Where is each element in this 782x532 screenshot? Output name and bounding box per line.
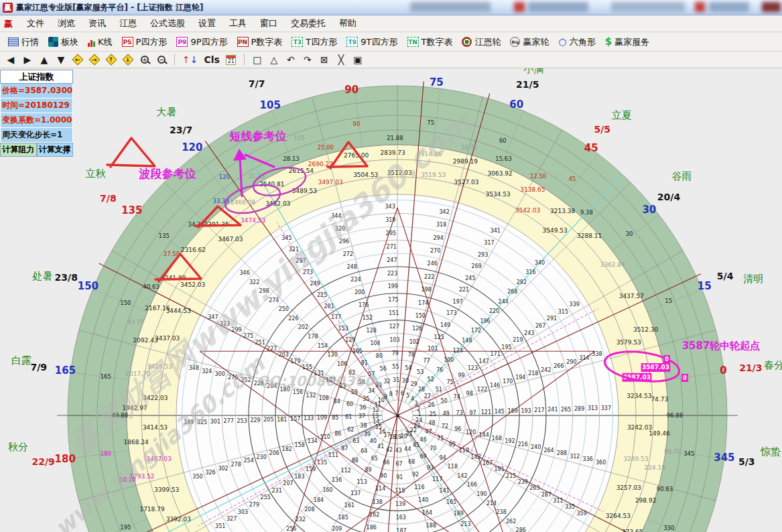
svg-text:15: 15 [665, 297, 672, 304]
toolbar-button-label: 9P四方形 [190, 36, 227, 48]
cls-button[interactable]: Cls [204, 54, 219, 66]
toolbar-button-行情[interactable]: 行情 [4, 35, 43, 50]
svg-text:28.13: 28.13 [283, 155, 299, 162]
svg-text:谷雨: 谷雨 [671, 170, 692, 182]
svg-text:346: 346 [239, 270, 249, 276]
svg-text:5/4: 5/4 [717, 271, 734, 281]
rotate-ccw-button[interactable]: ↶ [285, 54, 296, 66]
svg-text:272: 272 [343, 251, 353, 257]
title-bar[interactable]: 赢 赢家江恩专业版[赢家服务平台] - [上证指数 江恩轮] [0, 0, 782, 15]
draw-triangle-button[interactable]: △ [269, 54, 279, 66]
svg-text:186: 186 [367, 525, 377, 531]
svg-text:159: 159 [306, 466, 316, 472]
gann-wheel-chart[interactable]: 1234567891011121314151617181920212223242… [0, 68, 782, 532]
svg-text:116: 116 [414, 484, 424, 490]
svg-text:174: 174 [418, 300, 428, 306]
svg-text:84: 84 [334, 399, 340, 405]
toolbar-button-9T四方形[interactable]: T99T四方形 [342, 35, 401, 50]
menu-item-文件[interactable]: 文件 [20, 15, 51, 31]
menu-item-浏览[interactable]: 浏览 [51, 15, 82, 31]
svg-text:102: 102 [409, 339, 419, 345]
calc-support-button[interactable]: 计算支撑 [37, 143, 74, 157]
svg-text:54: 54 [405, 365, 411, 371]
svg-text:109: 109 [317, 415, 327, 421]
menu-item-设置[interactable]: 设置 [192, 15, 222, 31]
close-box-button[interactable]: ⊠ [319, 54, 330, 66]
menu-item-江恩[interactable]: 江恩 [113, 15, 143, 31]
svg-text:143: 143 [470, 454, 480, 460]
svg-text:22/9: 22/9 [32, 456, 55, 467]
svg-text:46: 46 [420, 437, 427, 443]
calc-resistance-button[interactable]: 计算阻力 [0, 143, 37, 157]
svg-text:85: 85 [332, 415, 338, 421]
cross-button[interactable]: ╳ [336, 54, 346, 66]
quotes-grid-icon [8, 38, 19, 46]
toolbar-button-label: 赢家轮 [523, 36, 549, 48]
forward-button[interactable]: ▶ [22, 54, 33, 66]
toolbar-button-赢家服务[interactable]: $赢家服务 [601, 35, 653, 50]
svg-text:3549.53: 3549.53 [542, 227, 567, 234]
svg-text:1718.79: 1718.79 [139, 506, 164, 513]
toolbar-button-label: K线 [98, 36, 113, 48]
svg-text:短线参考位: 短线参考位 [229, 129, 287, 143]
svg-text:76: 76 [436, 367, 443, 373]
svg-text:150: 150 [120, 300, 131, 306]
rotate-cw-button[interactable]: ↷ [302, 54, 313, 66]
toolbar-button-P数字表[interactable]: PNP数字表 [233, 35, 287, 50]
svg-text:196: 196 [480, 318, 490, 324]
svg-text:121: 121 [481, 409, 491, 415]
toolbar-button-六角形[interactable]: ⬡六角形 [554, 35, 599, 50]
toolbar-button-K线[interactable]: K线 [84, 35, 117, 50]
back-button[interactable]: ◀ [5, 54, 16, 66]
menu-item-交易委托[interactable]: 交易委托 [284, 15, 332, 31]
svg-text:0: 0 [683, 375, 687, 381]
svg-text:110: 110 [320, 434, 330, 440]
paste-button[interactable]: ▣ [352, 54, 363, 66]
svg-text:149: 149 [440, 322, 450, 328]
menu-item-工具[interactable]: 工具 [222, 15, 253, 31]
toolbar-button-板块[interactable]: 板块 [44, 35, 82, 50]
svg-text:小满: 小满 [523, 68, 543, 75]
hexagon-icon: ⬡ [558, 38, 566, 47]
menu-item-帮助[interactable]: 帮助 [332, 15, 363, 31]
svg-text:3467.03: 3467.03 [218, 236, 243, 243]
menu-item-窗口[interactable]: 窗口 [253, 15, 284, 31]
pointer-up-button[interactable]: ▲ [39, 54, 50, 66]
zoom-in-button[interactable]: + [139, 54, 150, 66]
toolbar-button-江恩轮[interactable]: 江恩轮 [458, 35, 505, 50]
zoom-out-button[interactable]: − [156, 54, 167, 66]
svg-text:216: 216 [518, 442, 528, 448]
svg-text:23: 23 [413, 423, 420, 429]
pan-up-button[interactable]: ↑ [106, 54, 117, 66]
menu-item-资讯[interactable]: 资讯 [82, 15, 113, 31]
svg-text:317: 317 [484, 240, 494, 246]
toolbar-button-P四方形[interactable]: PSP四方形 [118, 35, 172, 50]
svg-text:79: 79 [392, 350, 399, 356]
toolbar-button-T数字表[interactable]: TNT数字表 [403, 35, 457, 50]
svg-text:208: 208 [304, 507, 314, 513]
svg-text:135: 135 [159, 232, 170, 239]
toolbar-button-T四方形[interactable]: T3T四方形 [287, 35, 341, 50]
svg-text:5/5: 5/5 [594, 124, 610, 135]
menu-item-公式选股[interactable]: 公式选股 [143, 15, 192, 31]
svg-text:90: 90 [380, 473, 387, 479]
pan-right-button[interactable]: → [89, 54, 100, 66]
svg-text:大暑: 大暑 [156, 106, 176, 118]
toolbar-button-赢家轮[interactable]: Big赢家轮 [506, 35, 553, 50]
app-logo-icon: 赢 [3, 3, 13, 13]
pan-left-button[interactable]: ← [72, 54, 83, 66]
svg-text:惊蛰: 惊蛰 [760, 446, 781, 458]
draw-square-button[interactable]: □ [252, 54, 263, 66]
calendar-button[interactable]: 21 [226, 54, 237, 66]
svg-text:165: 165 [101, 373, 111, 380]
sectors-blocks-icon [48, 37, 58, 47]
menu-bar: 赢 文件浏览资讯江恩公式选股设置工具窗口交易委托帮助 [0, 15, 782, 32]
pan-down-button[interactable]: ↓ [123, 54, 133, 66]
svg-text:179: 179 [290, 358, 300, 364]
svg-text:72: 72 [442, 423, 448, 429]
svg-text:QQ:100800360: QQ:100800360 [257, 373, 376, 389]
toolbar-button-9P四方形[interactable]: P99P四方形 [172, 35, 231, 50]
pointer-down-button[interactable]: ▼ [56, 54, 66, 66]
svg-text:201: 201 [324, 304, 334, 310]
updown-button[interactable]: ↑↓ [182, 54, 198, 66]
